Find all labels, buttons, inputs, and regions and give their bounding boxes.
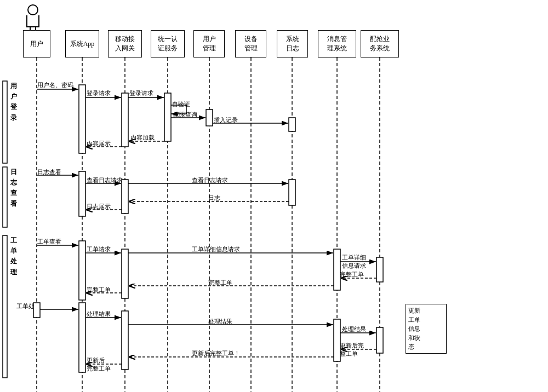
svg-rect-16 xyxy=(206,109,213,126)
arrow-label-insert: 插入记录 xyxy=(214,116,238,124)
arrow-label-login-req-2: 登录请求 xyxy=(129,89,153,97)
arrow-label-updated-workorder-2: 更新后完整工单！ xyxy=(192,349,240,358)
arrow-label-complete-workorder-1: 完整工单 xyxy=(340,270,364,279)
arrow-label-process: 工单处理 xyxy=(16,302,41,310)
svg-rect-10 xyxy=(3,81,7,163)
arrow-label-content-show: 内容展示 xyxy=(87,140,111,148)
lifeline-header-dispatch: 配抢业务系统 xyxy=(361,30,399,57)
arrow-label-updated-workorder-3: 更新后完整工单 xyxy=(87,356,111,373)
arrow-label-login-req-1: 登录请求 xyxy=(87,89,111,97)
svg-rect-29 xyxy=(376,327,383,353)
actor-body xyxy=(26,15,39,27)
arrow-label-process-result-2: 处理结果 xyxy=(208,318,232,326)
svg-rect-17 xyxy=(289,118,295,131)
svg-rect-15 xyxy=(164,93,171,141)
svg-rect-24 xyxy=(376,257,383,282)
arrow-label-log-view: 日志查看 xyxy=(37,168,61,176)
svg-rect-13 xyxy=(79,85,85,153)
lifeline-header-devicemgmt: 设备管理 xyxy=(235,30,266,57)
group-label-workorder: 工单处理 xyxy=(8,235,19,278)
svg-rect-26 xyxy=(79,303,85,372)
arrow-label-log-show: 日志展示 xyxy=(87,203,111,211)
diagram: 用户 系统App 移动接入网关 统一认证服务 用户管理 设备管理 系统日志 消息… xyxy=(0,0,548,392)
actor-head xyxy=(27,4,38,15)
svg-rect-18 xyxy=(79,171,85,216)
arrow-label-updated-workorder-1: 更新后完整工单 xyxy=(340,342,364,358)
lifeline-header-usermgmt: 用户管理 xyxy=(193,30,225,57)
svg-rect-22 xyxy=(122,249,128,298)
arrows-svg xyxy=(0,0,548,392)
arrow-label-workorder-req: 工单请求 xyxy=(87,245,111,253)
arrow-label-log-req-2: 查看日志请求 xyxy=(192,176,228,185)
lifeline-header-user: 用户 xyxy=(23,30,50,57)
arrow-label-permission: 权限查询 xyxy=(173,111,197,119)
arrow-label-process-result-3: 处理结果 xyxy=(342,325,366,333)
lifeline-header-auth: 统一认证服务 xyxy=(151,30,185,57)
lifeline-header-gateway: 移动接入网关 xyxy=(108,30,142,57)
arrow-label-log-data: 日志 xyxy=(208,194,220,202)
svg-rect-21 xyxy=(79,241,85,300)
arrow-label-workorder-detail-req: 工单详细信息请求 xyxy=(192,245,240,253)
arrow-label-log-req-1: 查看日志请求 xyxy=(87,176,123,185)
svg-rect-20 xyxy=(289,180,295,205)
group-label-login: 用户登录 xyxy=(8,81,19,123)
arrow-label-workorder-view: 工单查看 xyxy=(37,238,61,246)
svg-rect-27 xyxy=(122,311,128,370)
note-update-workorder: 更新工单信息和状态 xyxy=(406,304,447,354)
group-label-log: 日志查看 xyxy=(8,167,19,209)
lifeline-header-syslog: 系统日志 xyxy=(277,30,308,57)
arrow-label-credentials: 用户名、密码 xyxy=(37,81,73,89)
arrow-label-workorder-detail-req-2: 工单详细信息请求 xyxy=(342,253,366,270)
svg-rect-19 xyxy=(122,180,128,214)
arrow-label-content-load: 内容加载 xyxy=(130,134,155,142)
actor-user xyxy=(26,4,39,34)
lifeline-header-app: 系统App xyxy=(65,30,99,57)
lifeline-header-msgmgmt: 消息管理系统 xyxy=(318,30,356,57)
svg-rect-23 xyxy=(334,249,340,290)
arrow-label-selfverify: 自验证 xyxy=(172,100,190,108)
svg-rect-11 xyxy=(3,167,7,227)
arrow-label-complete-workorder-2: 完整工单 xyxy=(208,279,232,287)
svg-rect-12 xyxy=(3,235,7,378)
svg-rect-14 xyxy=(122,93,128,147)
arrow-label-complete-workorder-3: 完整工单 xyxy=(87,286,111,294)
arrow-label-process-result-1: 处理结果 xyxy=(87,310,111,318)
